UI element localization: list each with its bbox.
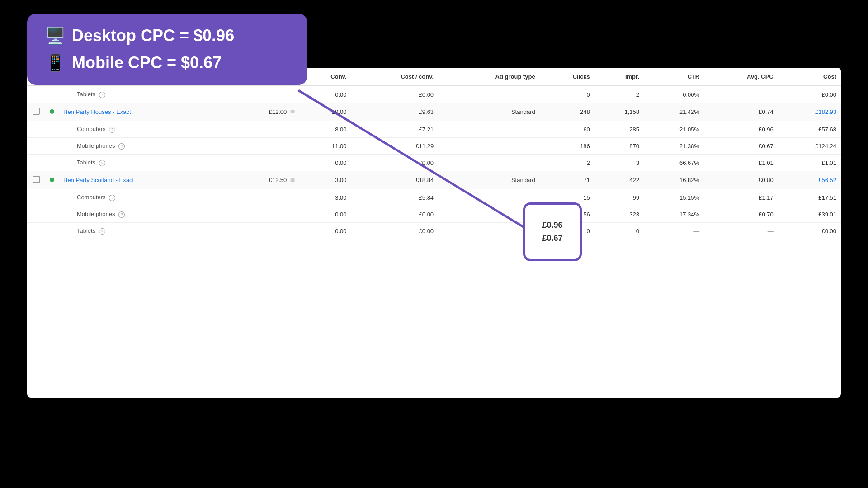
cell-cost-conv: £0.00 bbox=[351, 155, 439, 171]
table-row: Mobile phones ? 0.00 £0.00 56 323 17.34%… bbox=[27, 206, 841, 223]
cell-impr: 1,158 bbox=[594, 103, 644, 121]
table-row: Computers ? 3.00 £5.84 15 99 15.15% £1.1… bbox=[27, 189, 841, 206]
cell-ad-group-type bbox=[438, 138, 540, 155]
table-row: Tablets ? 0.00 £0.00 0 0 — — £0.00 bbox=[27, 223, 841, 239]
cell-checkbox bbox=[27, 121, 45, 138]
help-icon[interactable]: ? bbox=[99, 228, 105, 235]
cell-conv: 0.00 bbox=[299, 206, 351, 223]
cell-max-cpc bbox=[224, 206, 299, 223]
cell-device: Computers ? bbox=[59, 121, 224, 138]
cell-device: Tablets ? bbox=[59, 155, 224, 171]
cell-cost: £56.52 bbox=[778, 171, 841, 189]
table-row: Hen Party Houses - Exact £12.00 ✉ 19.00 … bbox=[27, 103, 841, 121]
help-icon[interactable]: ? bbox=[99, 160, 105, 166]
cell-avg-cpc: £0.70 bbox=[704, 206, 778, 223]
cell-cost-conv: £11.29 bbox=[351, 138, 439, 155]
cell-status bbox=[45, 121, 59, 138]
cell-cost: £57.68 bbox=[778, 121, 841, 138]
cell-cost-conv: £5.84 bbox=[351, 189, 439, 206]
table-row: Tablets ? 0.00 £0.00 0 2 0.00% — £0.00 bbox=[27, 86, 841, 103]
cell-impr: 870 bbox=[594, 138, 644, 155]
status-dot bbox=[50, 109, 54, 114]
cell-impr: 2 bbox=[594, 86, 644, 103]
cell-conv: 11.00 bbox=[299, 138, 351, 155]
cell-conv: 3.00 bbox=[299, 171, 351, 189]
cell-cost: £124.24 bbox=[778, 138, 841, 155]
cell-max-cpc bbox=[224, 138, 299, 155]
cell-cost-conv: £18.84 bbox=[351, 171, 439, 189]
cell-ad-group-type bbox=[438, 189, 540, 206]
desktop-icon: 🖥️ bbox=[45, 26, 66, 45]
cell-checkbox bbox=[27, 138, 45, 155]
cell-avg-cpc: £1.01 bbox=[704, 155, 778, 171]
col-ctr: CTR bbox=[644, 68, 704, 86]
cell-avg-cpc: £0.67 bbox=[704, 138, 778, 155]
cell-cost: £39.01 bbox=[778, 206, 841, 223]
desktop-cpc-line: 🖥️ Desktop CPC = $0.96 bbox=[45, 26, 289, 45]
cell-ad-group-type: Standard bbox=[438, 103, 540, 121]
cell-ctr: 16.82% bbox=[644, 171, 704, 189]
envelope-icon: ✉ bbox=[290, 177, 295, 183]
col-ad-group-type: Ad group type bbox=[438, 68, 540, 86]
cell-checkbox bbox=[27, 86, 45, 103]
cell-clicks: 2 bbox=[540, 155, 594, 171]
cell-ad-group-type bbox=[438, 206, 540, 223]
table-row: Mobile phones ? 11.00 £11.29 186 870 21.… bbox=[27, 138, 841, 155]
cell-conv: 0.00 bbox=[299, 86, 351, 103]
cell-ctr: 66.67% bbox=[644, 155, 704, 171]
cell-status bbox=[45, 223, 59, 239]
cell-impr: 323 bbox=[594, 206, 644, 223]
cell-checkbox bbox=[27, 223, 45, 239]
cell-cost-conv: £0.00 bbox=[351, 223, 439, 239]
cell-ad-group-type bbox=[438, 121, 540, 138]
cell-avg-cpc: — bbox=[704, 223, 778, 239]
cell-impr: 3 bbox=[594, 155, 644, 171]
cell-ad-group-type bbox=[438, 155, 540, 171]
table-row: Tablets ? 0.00 £0.00 2 3 66.67% £1.01 £1… bbox=[27, 155, 841, 171]
cell-ctr: — bbox=[644, 223, 704, 239]
col-impr: Impr. bbox=[594, 68, 644, 86]
cell-checkbox bbox=[27, 155, 45, 171]
cell-ctr: 21.05% bbox=[644, 121, 704, 138]
help-icon[interactable]: ? bbox=[118, 143, 125, 150]
cell-ctr: 15.15% bbox=[644, 189, 704, 206]
cell-max-cpc bbox=[224, 121, 299, 138]
cell-status bbox=[45, 155, 59, 171]
cell-ad-group-type: Standard bbox=[438, 171, 540, 189]
cell-conv: 19.00 bbox=[299, 103, 351, 121]
cell-ctr: 0.00% bbox=[644, 86, 704, 103]
checkbox-icon[interactable] bbox=[33, 176, 40, 183]
cell-checkbox[interactable] bbox=[27, 103, 45, 121]
cell-conv: 0.00 bbox=[299, 155, 351, 171]
cell-device: Tablets ? bbox=[59, 223, 224, 239]
cell-ctr: 21.42% bbox=[644, 103, 704, 121]
help-icon[interactable]: ? bbox=[109, 195, 115, 201]
cell-status bbox=[45, 189, 59, 206]
cell-status bbox=[45, 206, 59, 223]
cell-campaign-name: Hen Party Scotland - Exact bbox=[59, 171, 224, 189]
cell-cost: £0.00 bbox=[778, 86, 841, 103]
cell-clicks: 0 bbox=[540, 86, 594, 103]
col-avg-cpc: Avg. CPC bbox=[704, 68, 778, 86]
cell-status bbox=[45, 86, 59, 103]
cell-max-cpc bbox=[224, 189, 299, 206]
cell-avg-cpc: £0.74 bbox=[704, 103, 778, 121]
cell-ctr: 21.38% bbox=[644, 138, 704, 155]
help-icon[interactable]: ? bbox=[118, 211, 125, 218]
campaign-link[interactable]: Hen Party Houses - Exact bbox=[63, 108, 131, 115]
help-icon[interactable]: ? bbox=[99, 92, 105, 98]
cell-max-cpc: £12.50 ✉ bbox=[224, 171, 299, 189]
mobile-icon: 📱 bbox=[45, 53, 66, 72]
cell-impr: 285 bbox=[594, 121, 644, 138]
cell-clicks: 56 bbox=[540, 206, 594, 223]
cell-checkbox[interactable] bbox=[27, 171, 45, 189]
cell-checkbox bbox=[27, 206, 45, 223]
cell-conv: 0.00 bbox=[299, 223, 351, 239]
table-row: Hen Party Scotland - Exact £12.50 ✉ 3.00… bbox=[27, 171, 841, 189]
cell-max-cpc bbox=[224, 223, 299, 239]
campaign-link[interactable]: Hen Party Scotland - Exact bbox=[63, 177, 134, 183]
help-icon[interactable]: ? bbox=[109, 127, 115, 133]
checkbox-icon[interactable] bbox=[33, 108, 40, 115]
cell-ad-group-type bbox=[438, 223, 540, 239]
status-dot bbox=[50, 178, 54, 182]
